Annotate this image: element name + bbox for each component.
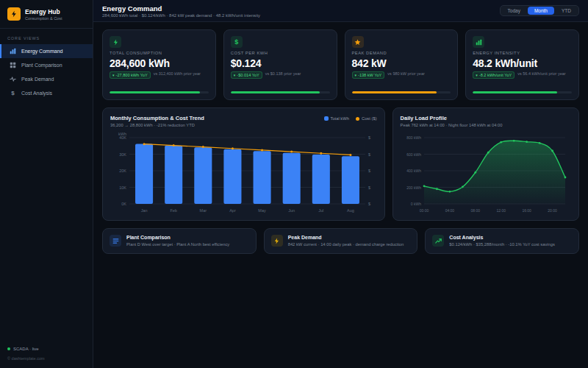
yoy-badge: ▾-27,800 kWh YoY [110, 71, 151, 79]
yoy-badge-label: -$0.014 YoY [237, 73, 259, 77]
kpi-value: 842 kW [352, 57, 451, 69]
svg-text:Jan: Jan [141, 208, 148, 213]
sidebar-section-label: CORE VIEWS [0, 29, 93, 44]
trend-down-icon: ▾ [234, 74, 236, 77]
svg-text:30K: 30K [119, 152, 126, 157]
kpi-compare: vs 980 kW prior year [387, 71, 424, 77]
kpi-row: TOTAL CONSUMPTION 284,600 kWh ▾-27,800 k… [102, 29, 579, 100]
summary-card-peak-demand[interactable]: Peak Demand 842 kW current · 14:00 daily… [264, 228, 418, 254]
copyright: © dashtemplate.com [7, 356, 85, 361]
grid-icon [9, 62, 17, 68]
summary-text: Peak Demand 842 kW current · 14:00 daily… [288, 235, 404, 247]
main: Energy Command 284,600 kWh total · $0.12… [93, 0, 588, 368]
svg-text:Feb: Feb [170, 208, 176, 213]
chart-header: Daily Load Profile Peak 762 kWh at 14:00… [401, 115, 571, 127]
page-title: Energy Command [102, 4, 260, 13]
range-button-month[interactable]: Month [528, 7, 554, 15]
svg-text:Apr: Apr [229, 208, 236, 213]
chart-header-text: Daily Load Profile Peak 762 kWh at 14:00… [401, 115, 503, 127]
logo-text: Energy Hub Consumption & Cost [25, 8, 62, 21]
scada-status-label: SCADA · live [13, 347, 39, 351]
summary-title: Plant Comparison [126, 235, 229, 240]
kpi-meta: ▾-8.2 kWh/unit YoY vs 56.4 kWh/unit prio… [473, 71, 572, 79]
kpi-card-peak-demand: PEAK DEMAND 842 kW ▾-138 kW YoY vs 980 k… [345, 29, 459, 100]
svg-text:Jun: Jun [288, 208, 295, 213]
lightning-icon [110, 36, 121, 48]
sidebar-item-energy-command[interactable]: Energy Command [0, 44, 93, 58]
sidebar-item-plant-comparison[interactable]: Plant Comparison [0, 58, 93, 72]
trend-up-icon [432, 235, 444, 247]
kpi-progress-track [231, 91, 330, 93]
svg-text:Jul: Jul [318, 208, 323, 213]
range-button-today[interactable]: Today [501, 7, 527, 15]
kpi-title: TOTAL CONSUMPTION [110, 51, 209, 55]
daily-chart-card: Daily Load Profile Peak 762 kWh at 14:00… [392, 107, 579, 221]
daily-load-chart: 0 kWh200 kWh400 kWh600 kWh800 kWh00:0004… [401, 131, 571, 213]
summary-card-cost-analysis[interactable]: Cost Analysis $0.124/kWh · $35,288/month… [425, 228, 579, 254]
svg-text:0K: 0K [121, 202, 126, 206]
kpi-progress-track [352, 91, 451, 93]
sidebar-nav: Energy Command Plant Comparison Peak Dem… [0, 44, 93, 100]
svg-text:04:00: 04:00 [445, 208, 454, 213]
legend-item-cost: Cost ($) [356, 116, 377, 121]
summary-title: Peak Demand [288, 235, 404, 240]
kpi-meta: ▾-$0.014 YoY vs $0.138 prior year [231, 71, 330, 79]
bar-chart-icon [9, 48, 17, 54]
range-button-ytd[interactable]: YTD [555, 7, 578, 15]
svg-text:$: $ [368, 185, 370, 190]
svg-text:800 kWh: 800 kWh [406, 135, 421, 140]
kpi-progress-track [110, 91, 209, 93]
trend-down-icon: ▾ [355, 74, 357, 77]
svg-text:08:00: 08:00 [470, 208, 480, 213]
svg-text:Mar: Mar [200, 208, 207, 213]
yoy-badge-label: -8.2 kWh/unit YoY [479, 73, 512, 77]
kpi-value: 48.2 kWh/unit [473, 57, 572, 69]
chart-header: Monthly Consumption & Cost Trend 36,200 … [110, 115, 377, 127]
lightning-icon [271, 235, 283, 247]
summary-card-plant-comparison[interactable]: Plant Comparison Plant D West over targe… [102, 228, 257, 254]
monthly-consumption-chart: 0K$10K$20K$30K$40K$kWhJanFebMarAprMayJun… [110, 131, 377, 213]
summary-text: Plant Comparison Plant D West over targe… [126, 235, 229, 247]
summary-desc: $0.124/kWh · $35,288/month · -10.1% YoY … [449, 241, 555, 247]
kpi-compare: vs $0.138 prior year [265, 71, 301, 77]
app-root: Energy Hub Consumption & Cost CORE VIEWS… [0, 0, 588, 368]
svg-text:Aug: Aug [347, 208, 354, 213]
svg-text:12:00: 12:00 [496, 208, 506, 213]
legend-swatch-bar-icon [324, 116, 329, 121]
svg-text:20:00: 20:00 [548, 208, 557, 213]
kpi-title: PEAK DEMAND [352, 51, 451, 55]
kpi-title: COST PER KWH [231, 51, 330, 55]
kpi-compare: vs 312,400 kWh prior year [154, 71, 201, 77]
yoy-badge: ▾-8.2 kWh/unit YoY [473, 71, 514, 79]
chart-subtitle: 36,200 → 28,800 kWh · -21% reduction YTD [110, 123, 204, 127]
svg-text:May: May [258, 208, 266, 213]
kpi-progress-bar [231, 91, 320, 93]
trend-down-icon: ▾ [112, 74, 115, 77]
range-toggle: Today Month YTD [500, 5, 579, 16]
header-text: Energy Command 284,600 kWh total · $0.12… [102, 4, 260, 18]
yoy-badge: ▾-138 kW YoY [352, 71, 385, 79]
svg-text:200 kWh: 200 kWh [406, 185, 421, 190]
trend-down-icon: ▾ [476, 74, 478, 77]
chart-subtitle: Peak 762 kWh at 14:00 · Night floor 148 … [401, 123, 503, 127]
sidebar-item-cost-analysis[interactable]: $ Cost Analysis [0, 86, 93, 100]
svg-text:$: $ [368, 152, 370, 157]
scada-status: SCADA · live [7, 347, 85, 351]
app-title: Energy Hub [25, 8, 62, 15]
kpi-progress-bar [352, 91, 437, 93]
sidebar-item-peak-demand[interactable]: Peak Demand [0, 72, 93, 86]
page-header: Energy Command 284,600 kWh total · $0.12… [93, 0, 588, 22]
summary-row: Plant Comparison Plant D West over targe… [102, 228, 579, 254]
kpi-card-energy-intensity: ENERGY INTENSITY 48.2 kWh/unit ▾-8.2 kWh… [465, 29, 579, 100]
kpi-value: $0.124 [231, 57, 330, 69]
monthly-chart-card: Monthly Consumption & Cost Trend 36,200 … [102, 107, 385, 221]
legend-label: Total kWh [331, 116, 349, 121]
kpi-card-cost-per-kwh: $ COST PER KWH $0.124 ▾-$0.014 YoY vs $0… [223, 29, 337, 100]
kpi-progress-bar [473, 91, 557, 93]
yoy-badge-label: -138 kW YoY [358, 73, 381, 77]
app-subtitle: Consumption & Cost [25, 16, 62, 21]
legend-label: Cost ($) [362, 116, 377, 121]
content: TOTAL CONSUMPTION 284,600 kWh ▾-27,800 k… [93, 22, 588, 368]
yoy-badge-label: -27,800 kWh YoY [116, 73, 148, 77]
summary-text: Cost Analysis $0.124/kWh · $35,288/month… [449, 235, 555, 247]
